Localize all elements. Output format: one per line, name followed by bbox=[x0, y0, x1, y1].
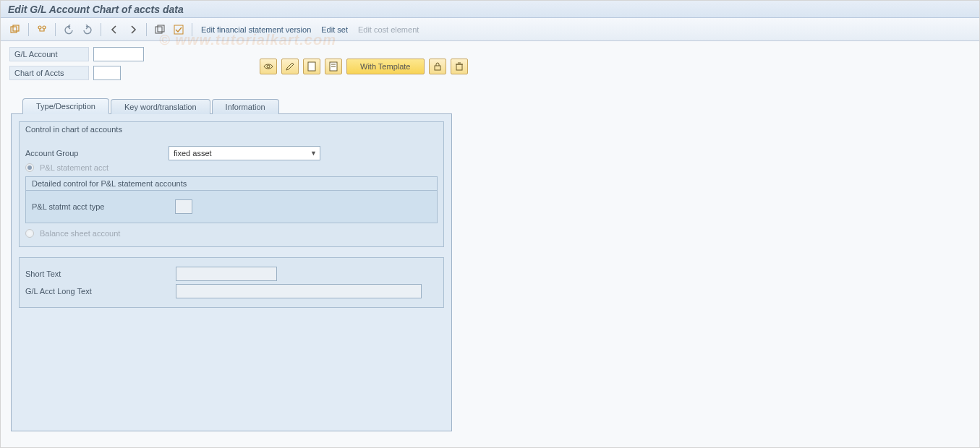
tab-body: Control in chart of accounts Account Gro… bbox=[11, 113, 452, 431]
separator bbox=[101, 23, 101, 36]
redo-icon[interactable] bbox=[80, 22, 95, 37]
next-icon[interactable] bbox=[126, 22, 140, 37]
lock-icon[interactable] bbox=[429, 59, 446, 74]
separator bbox=[192, 23, 192, 36]
group-control-title: Control in chart of accounts bbox=[20, 122, 443, 137]
svg-point-2 bbox=[38, 26, 41, 29]
svg-rect-4 bbox=[155, 27, 162, 33]
toolbar: Edit financial statement version Edit se… bbox=[1, 18, 979, 41]
gl-account-label: G/L Account bbox=[9, 47, 89, 61]
subgroup-pl-title: Detailed control for P&L statement accou… bbox=[26, 177, 437, 191]
tab-type-description[interactable]: Type/Description bbox=[22, 98, 109, 114]
separator bbox=[55, 23, 56, 36]
check-icon[interactable] bbox=[171, 22, 186, 37]
create-with-ref-icon[interactable] bbox=[325, 59, 342, 74]
gl-account-input[interactable] bbox=[93, 47, 144, 61]
svg-rect-1 bbox=[13, 25, 19, 31]
short-text-input[interactable] bbox=[176, 267, 277, 281]
chart-of-accts-label: Chart of Accts bbox=[9, 66, 89, 80]
edit-set-link[interactable]: Edit set bbox=[318, 25, 351, 34]
balance-sheet-radio[interactable] bbox=[25, 229, 34, 238]
edit-fsv-link[interactable]: Edit financial statement version bbox=[198, 25, 314, 34]
tab-keyword-translation[interactable]: Key word/translation bbox=[111, 99, 210, 114]
window: Edit G/L Account Chart of accts data bbox=[0, 0, 980, 448]
header-action-row: With Template bbox=[260, 59, 468, 74]
svg-rect-6 bbox=[174, 25, 183, 34]
long-text-label: G/L Acct Long Text bbox=[25, 287, 170, 296]
tabstrip: Type/Description Key word/translation In… bbox=[1, 98, 979, 113]
account-group-dropdown[interactable]: fixed asset ▼ bbox=[169, 146, 320, 160]
tab-information[interactable]: Information bbox=[212, 99, 279, 114]
change-icon[interactable] bbox=[281, 59, 299, 74]
account-group-value: fixed asset bbox=[174, 149, 212, 158]
chevron-down-icon: ▼ bbox=[310, 150, 317, 157]
balance-sheet-radio-label: Balance sheet account bbox=[40, 229, 120, 238]
undo-icon[interactable] bbox=[61, 22, 76, 37]
chart-of-accts-input[interactable] bbox=[93, 66, 121, 80]
svg-point-7 bbox=[267, 65, 270, 68]
edit-cost-element-link: Edit cost element bbox=[355, 25, 422, 34]
pl-statement-radio[interactable] bbox=[25, 163, 34, 172]
svg-rect-5 bbox=[158, 25, 164, 32]
page-title: Edit G/L Account Chart of accts data bbox=[8, 4, 184, 15]
titlebar: Edit G/L Account Chart of accts data bbox=[1, 1, 979, 18]
separator bbox=[146, 23, 147, 36]
short-text-label: Short Text bbox=[25, 270, 170, 278]
separator bbox=[28, 23, 29, 36]
with-template-label: With Template bbox=[360, 62, 411, 71]
group-description-texts: Short Text G/L Acct Long Text bbox=[19, 257, 444, 308]
svg-rect-8 bbox=[308, 62, 315, 71]
delete-icon[interactable] bbox=[451, 59, 468, 74]
svg-point-3 bbox=[43, 26, 46, 29]
subgroup-pl-detail: Detailed control for P&L statement accou… bbox=[25, 176, 438, 223]
header-fields: G/L Account Chart of Accts bbox=[9, 47, 144, 80]
where-used-icon[interactable] bbox=[35, 22, 49, 37]
svg-rect-0 bbox=[11, 27, 17, 33]
account-group-label: Account Group bbox=[25, 149, 163, 158]
display-change-icon[interactable] bbox=[153, 22, 167, 37]
svg-rect-11 bbox=[456, 64, 462, 70]
header-area: G/L Account Chart of Accts With Template bbox=[1, 41, 979, 83]
pl-type-label: P&L statmt acct type bbox=[32, 202, 169, 211]
pl-statement-radio-label: P&L statement acct bbox=[40, 163, 108, 172]
display-icon[interactable] bbox=[260, 59, 277, 74]
create-icon[interactable] bbox=[303, 59, 320, 74]
group-control-chart-of-accounts: Control in chart of accounts Account Gro… bbox=[19, 121, 444, 247]
other-object-icon[interactable] bbox=[8, 22, 22, 37]
pl-type-input bbox=[175, 199, 192, 214]
with-template-button[interactable]: With Template bbox=[346, 59, 425, 74]
svg-rect-10 bbox=[435, 66, 440, 70]
long-text-input[interactable] bbox=[176, 284, 422, 298]
prev-icon[interactable] bbox=[107, 22, 122, 37]
